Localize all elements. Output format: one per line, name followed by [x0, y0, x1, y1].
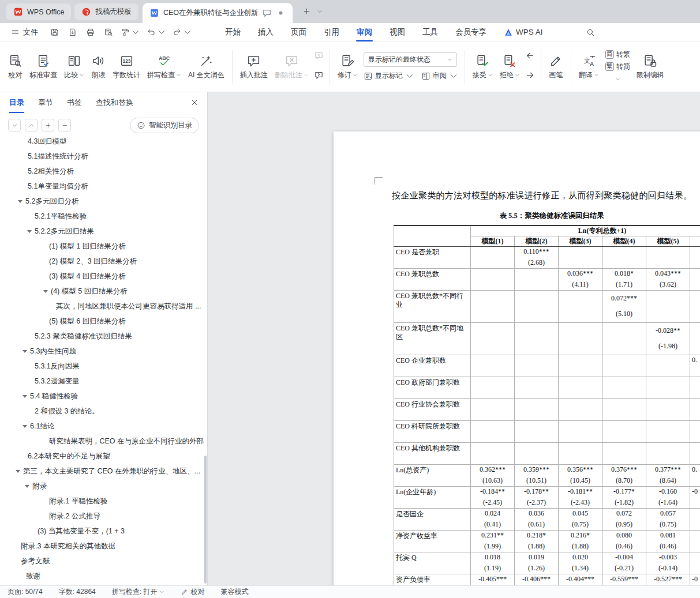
review-pane-button[interactable]: 审阅: [421, 71, 458, 81]
menu-member[interactable]: 会员专享: [447, 23, 495, 42]
toc-item[interactable]: 附录.3 本研究相关的其他数据: [0, 539, 204, 554]
sidebar-scrollbar-thumb[interactable]: [204, 456, 207, 584]
expand-triangle-icon[interactable]: [16, 470, 20, 473]
toc-item[interactable]: (1) 模型 1 回归结果分析: [0, 239, 204, 254]
read-aloud-button[interactable]: 朗读: [88, 51, 109, 83]
page-indicator[interactable]: 页面: 50/74: [8, 587, 43, 597]
toc-item[interactable]: 5.2.2多元回归结果: [0, 224, 204, 239]
toc-item[interactable]: 致谢: [0, 569, 204, 584]
window-tab-current-document[interactable]: CEO在外兼职特征与企业创新: [143, 3, 293, 23]
toc-item[interactable]: 第三，本文主要研究了 CEO 在外兼职的行业、地区、...: [0, 464, 204, 479]
window-tab-wps-home[interactable]: WPS Office: [6, 3, 71, 20]
menu-page[interactable]: 页面: [282, 23, 315, 42]
toc-item[interactable]: 5.1描述性统计分析: [0, 149, 204, 164]
toc-item[interactable]: 5.2相关性分析: [0, 164, 204, 179]
toc-item[interactable]: 5.2多元回归分析: [0, 194, 204, 209]
expand-triangle-icon[interactable]: [23, 350, 27, 353]
toc-item[interactable]: 附录: [0, 479, 204, 494]
proofread-button[interactable]: 校对: [5, 51, 26, 83]
toc-item[interactable]: 2 和假设 3 的结论。: [0, 404, 204, 419]
sidebar-tab-find-replace[interactable]: 查找和替换: [96, 92, 133, 113]
word-count-indicator[interactable]: 字数: 42864: [59, 587, 96, 597]
toc-item[interactable]: 研究结果表明，CEO 在与原企业不同行业的外部...: [0, 434, 204, 449]
ink-pen-button[interactable]: 画笔: [545, 51, 567, 83]
menu-insert[interactable]: 插入: [249, 23, 282, 42]
save-button[interactable]: [48, 25, 62, 39]
sidebar-close-button[interactable]: [190, 98, 199, 107]
translate-button[interactable]: 文A翻译: [575, 51, 602, 83]
accept-button[interactable]: 接受: [469, 51, 496, 83]
track-changes-button[interactable]: 修订: [334, 51, 361, 83]
toc-item[interactable]: 5.4 稳健性检验: [0, 389, 204, 404]
word-count-button[interactable]: 123字数统计: [109, 51, 144, 83]
sidebar-tab-chapter[interactable]: 章节: [38, 92, 53, 113]
smart-toc-button[interactable]: 智能识别目录: [130, 118, 199, 133]
delete-comment-button[interactable]: 删除批注: [271, 51, 312, 83]
markup-state-combobox[interactable]: 显示标记的最终状态: [364, 52, 457, 67]
menu-reference[interactable]: 引用: [315, 23, 348, 42]
format-painter-button[interactable]: [119, 25, 141, 39]
toc-item[interactable]: 6.1结论: [0, 419, 204, 434]
toc-item[interactable]: 5.2.3 聚类稳健标准误回归结果: [0, 329, 204, 344]
undo-button[interactable]: [145, 25, 167, 39]
toc-item[interactable]: (4) 模型 5 回归结果分析: [0, 284, 204, 299]
menu-review[interactable]: 审阅: [348, 23, 381, 42]
search-button[interactable]: [583, 25, 598, 40]
next-comment-button[interactable]: [314, 70, 324, 82]
collapse-level-button[interactable]: [58, 119, 71, 131]
menu-tools[interactable]: 工具: [414, 23, 447, 42]
expand-triangle-icon[interactable]: [43, 290, 48, 293]
toc-item[interactable]: 附录.1 平稳性检验: [0, 494, 204, 509]
toc-item[interactable]: 5.1单变量均值分析: [0, 179, 204, 194]
toc-item[interactable]: 附录.2 公式推导: [0, 509, 204, 524]
spellcheck-status[interactable]: 拼写检查: 打开: [112, 587, 165, 597]
print-preview-button[interactable]: [102, 25, 115, 39]
expand-triangle-icon[interactable]: [18, 200, 23, 203]
show-markup-button[interactable]: 显示标记: [364, 71, 414, 81]
toc-item[interactable]: (3) 当其他变量不变，(1 + 3: [0, 524, 204, 539]
toc-item[interactable]: 其次，同地区兼职使本公司更容易获得适用 ...: [0, 299, 204, 314]
spell-check-button[interactable]: ABC拼写检查: [144, 51, 185, 83]
previous-change-button[interactable]: [525, 51, 535, 63]
to-simplified-button[interactable]: 繁转简: [605, 62, 630, 72]
ai-polish-button[interactable]: AI 全文润色: [185, 51, 228, 83]
expand-all-button[interactable]: [25, 119, 38, 131]
expand-triangle-icon[interactable]: [25, 485, 29, 488]
toc-item[interactable]: (2) 模型 2、3 回归结果分析: [0, 254, 204, 269]
toc-item[interactable]: 4.3回归模型: [0, 138, 204, 149]
expand-triangle-icon[interactable]: [23, 425, 27, 428]
sidebar-tab-bookmark[interactable]: 书签: [67, 92, 82, 113]
toc-item[interactable]: (5) 模型 6 回归结果分析: [0, 314, 204, 329]
toc-item[interactable]: 5.3内生性问题: [0, 344, 204, 359]
reject-button[interactable]: 拒绝: [496, 51, 523, 83]
redo-button[interactable]: [171, 25, 193, 39]
proofread-status[interactable]: 校对: [181, 587, 204, 597]
print-button[interactable]: [84, 25, 98, 39]
standard-review-button[interactable]: 标准审查: [26, 51, 61, 83]
toc-item[interactable]: 5.3.2遗漏变量: [0, 374, 204, 389]
restrict-edit-button[interactable]: 限制编辑: [633, 51, 668, 83]
collapse-all-button[interactable]: [8, 119, 21, 131]
convert-more-button[interactable]: [615, 74, 620, 84]
export-button[interactable]: [66, 25, 80, 39]
toc-item[interactable]: 参考文献: [0, 554, 204, 569]
expand-triangle-icon[interactable]: [23, 395, 27, 398]
previous-comment-button[interactable]: [314, 51, 324, 63]
compare-button[interactable]: 比较: [61, 51, 88, 83]
expand-triangle-icon[interactable]: [27, 230, 32, 233]
new-tab-button[interactable]: [300, 4, 314, 18]
menu-wps-ai[interactable]: WPS AI: [495, 23, 552, 42]
toc-item[interactable]: 5.3.1反向因果: [0, 359, 204, 374]
to-traditional-button[interactable]: 简转繁: [605, 50, 630, 59]
insert-comment-button[interactable]: 插入批注: [237, 51, 271, 83]
menu-home[interactable]: 开始: [216, 23, 249, 42]
menu-view[interactable]: 视图: [381, 23, 414, 42]
toc-item[interactable]: 5.2.1平稳性检验: [0, 209, 204, 224]
toc-item[interactable]: (3) 模型 4 回归结果分析: [0, 269, 204, 284]
file-menu-button[interactable]: 文件: [7, 25, 42, 40]
next-change-button[interactable]: [525, 70, 535, 82]
window-tab-docer-template[interactable]: 找稿壳模板: [74, 3, 138, 20]
expand-level-button[interactable]: [42, 119, 54, 131]
sidebar-tab-toc[interactable]: 目录: [9, 92, 24, 113]
toc-item[interactable]: 6.2本研究中的不足与展望: [0, 449, 204, 464]
